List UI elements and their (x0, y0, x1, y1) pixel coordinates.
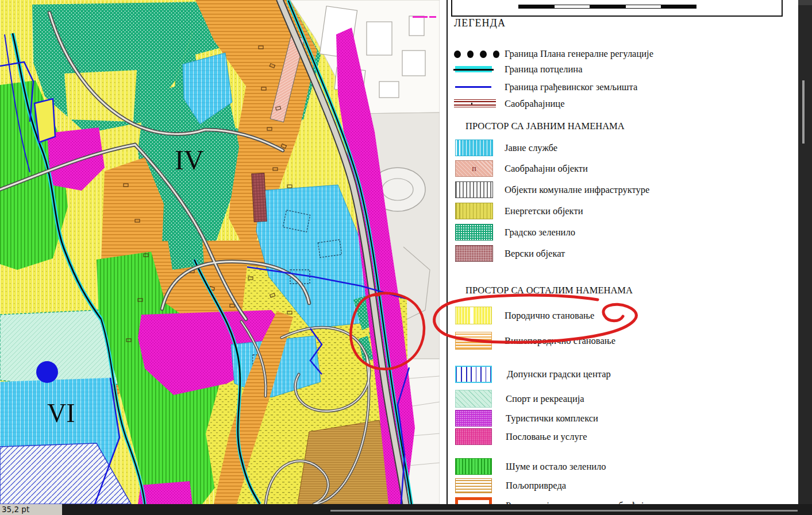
legend-label: Спорт и рекреација (506, 393, 584, 405)
bottom-bar: 35,2 pt (0, 504, 812, 515)
subunit-boundary-symbol (455, 66, 492, 72)
legend-item-forests: Шуме и остало зеленило (455, 458, 606, 475)
swatch-public-services (455, 140, 493, 156)
swatch-forests (455, 458, 492, 475)
legend-item-religious-object: Верски објекат (455, 245, 565, 262)
legend-label: Верски објекат (505, 248, 565, 260)
swatch-multifamily-housing (455, 332, 492, 350)
legend-label: Саобраћајни објекти (505, 163, 588, 175)
legend-label: Вишепородично становање (505, 335, 615, 347)
zoning-map-viewport[interactable]: IV VI (0, 0, 440, 504)
vertical-scrollbar[interactable] (798, 0, 812, 515)
legend-item-tourist-complexes: Туристички комплекси (455, 410, 598, 427)
scale-bar: 100 200 300 400 500m (451, 0, 783, 17)
legend-item-business-services: Пословање и услуге (455, 428, 587, 445)
application-window: IV VI 100 200 300 400 500m ЛЕГЕНДА Грани… (0, 0, 812, 515)
district-label-IV: IV (175, 145, 204, 175)
swatch-city-center (455, 366, 492, 383)
horizontal-scrollbar-thumb[interactable] (330, 510, 798, 512)
legend-item-public-services: Јавне службе (455, 140, 557, 156)
traffic-glyph: п (472, 164, 476, 173)
legend-label: Пословање и услуге (506, 431, 587, 443)
swatch-traffic-objects: п (455, 160, 493, 177)
legend-label: Породично становање (505, 310, 594, 322)
section-heading-other: ПРОСТОР СА ОСТАЛИМ НАМЕНАМА (465, 285, 633, 296)
legend-label: Граница потцелина (505, 64, 582, 75)
legend-item-urban-greenery: Градско зеленило (455, 224, 575, 241)
legend-item-plan-boundary: Граница Плана генералне регулације (454, 48, 653, 60)
legend-item-traffic-objects: п Саобраћајни објекти (455, 160, 588, 177)
map-blue-marker (36, 361, 58, 383)
settlement-label (413, 16, 436, 18)
legend-label: Саобраћајнице (505, 98, 565, 110)
legend-item-family-housing: Породично становање (455, 307, 594, 324)
legend-label: Граница грађевинског земљишта (505, 82, 637, 93)
zoning-map[interactable]: IV VI (0, 0, 440, 504)
legend-item-city-center: Допунски градски центар (455, 366, 611, 383)
section-heading-public: ПРОСТОР СА ЈАВНИМ НАМЕНАМА (465, 121, 625, 132)
legend-item-subunit-boundary: Граница потцелина (454, 63, 582, 76)
scrollbar-top-cap[interactable] (798, 0, 812, 5)
legend-item-multifamily-housing: Вишепородично становање (455, 332, 615, 350)
legend-label: Градско зеленило (505, 227, 575, 238)
swatch-sport-recreation (455, 390, 492, 408)
swatch-tourist-complexes (455, 410, 492, 427)
district-label-VI: VI (47, 398, 75, 428)
legend-panel: 100 200 300 400 500m ЛЕГЕНДА Граница Пла… (448, 0, 799, 504)
legend-label: Туристички комплекси (506, 413, 598, 424)
legend-label: Јавне службе (505, 142, 557, 154)
legend-label: Шуме и остало зеленило (506, 461, 606, 473)
legend-label: Објекти комуналне инфраструктуре (505, 184, 649, 196)
swatch-energy-objects (455, 203, 493, 219)
swatch-business-services (455, 428, 492, 445)
legend-label: Енергетски објекти (505, 206, 583, 217)
legend-item-roads: Саобраћајнице (454, 98, 565, 110)
status-zoom-value: 35,2 pt (0, 504, 62, 515)
legend-item-sport-recreation: Спорт и рекреација (455, 390, 584, 408)
swatch-urban-greenery (455, 224, 493, 241)
legend-item-energy-objects: Енергетски објекти (455, 203, 583, 219)
plan-boundary-symbol (454, 48, 499, 60)
legend-label: Допунски градски центар (507, 369, 611, 380)
swatch-religious-object (455, 245, 493, 262)
legend-item-agriculture: Пољопривреда (455, 478, 566, 493)
roads-symbol (454, 99, 496, 107)
legend-item-utility-infrastructure: Објекти комуналне инфраструктуре (455, 181, 649, 198)
swatch-family-housing (455, 307, 492, 324)
legend-label: Пољопривреда (506, 480, 566, 491)
vertical-scrollbar-thumb[interactable] (802, 80, 805, 144)
legend-title: ЛЕГЕНДА (454, 17, 506, 29)
map-religious-object (252, 173, 267, 222)
legend-item-construction-boundary: Граница грађевинског земљишта (454, 81, 637, 94)
swatch-utility-infrastructure (455, 181, 493, 198)
construction-boundary-symbol (455, 86, 491, 88)
swatch-agriculture (455, 478, 492, 493)
legend-label: Граница Плана генералне регулације (505, 48, 653, 60)
